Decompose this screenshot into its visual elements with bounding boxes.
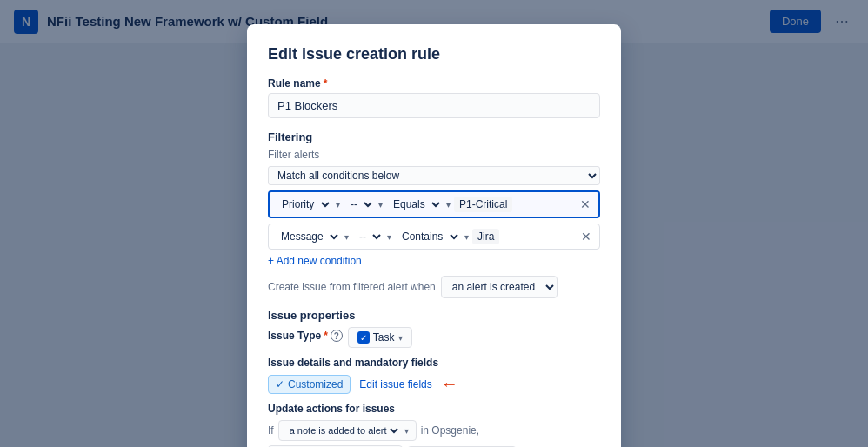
match-conditions-select[interactable]: Match all conditions below xyxy=(268,166,600,185)
condition-row-2: Message ▾ -- ▾ Contains ▾ Jira ✕ xyxy=(268,224,600,250)
edit-issue-fields-link[interactable]: Edit issue fields xyxy=(359,378,431,390)
task-chevron-icon: ▾ xyxy=(398,333,403,343)
issue-type-row: Issue Type * ? ✓ Task ▾ xyxy=(268,327,600,348)
chevron4-icon: ▾ xyxy=(344,232,349,242)
issue-props-title: Issue properties xyxy=(268,309,600,322)
check-icon: ✓ xyxy=(276,378,284,390)
rule-name-field: Rule name * xyxy=(268,77,600,118)
add-condition-button[interactable]: + Add new condition xyxy=(268,255,600,267)
chevron1-icon: ▾ xyxy=(336,200,340,210)
create-alert-label: Create issue from filtered alert when xyxy=(268,281,436,293)
issue-type-required: * xyxy=(324,330,328,342)
condition2-value: Jira xyxy=(472,229,499,244)
condition-chevron-icon: ▾ xyxy=(404,426,409,436)
filtering-title: Filtering xyxy=(268,130,600,143)
task-label: Task xyxy=(373,331,395,344)
chevron3-icon: ▾ xyxy=(446,200,451,210)
condition1-remove-button[interactable]: ✕ xyxy=(578,197,593,212)
condition1-field-select[interactable]: Priority xyxy=(275,196,332,213)
condition1-dash-select[interactable]: -- xyxy=(344,196,375,213)
condition1-operator-select[interactable]: Equals xyxy=(386,196,443,213)
task-checkbox-icon: ✓ xyxy=(357,331,370,344)
rule-name-label: Rule name * xyxy=(268,77,600,90)
details-header: Issue details and mandatory fields xyxy=(268,357,600,369)
chevron2-icon: ▾ xyxy=(378,200,383,210)
chevron6-icon: ▾ xyxy=(464,232,469,242)
arrow-icon: ← xyxy=(441,374,458,394)
update-actions-section: Update actions for issues If a note is a… xyxy=(268,403,600,447)
task-select[interactable]: ✓ Task ▾ xyxy=(348,327,412,348)
issue-type-label: Issue Type * ? xyxy=(268,330,343,342)
match-select-row: Match all conditions below xyxy=(268,166,600,185)
condition2-remove-button[interactable]: ✕ xyxy=(578,229,594,244)
edit-rule-modal: Edit issue creation rule Rule name * Fil… xyxy=(247,24,621,447)
filter-alerts-label: Filter alerts xyxy=(268,149,600,161)
customized-label: Customized xyxy=(288,378,343,390)
help-icon[interactable]: ? xyxy=(331,330,343,342)
in-opsgenie-label: in Opsgenie, xyxy=(421,424,479,437)
condition-row-1: Priority ▾ -- ▾ Equals ▾ P1-Critical ✕ xyxy=(268,190,600,218)
update-actions-title: Update actions for issues xyxy=(268,403,600,415)
issue-details-section: Issue details and mandatory fields ✓ Cus… xyxy=(268,357,600,394)
condition2-field-select[interactable]: Message xyxy=(274,228,341,245)
condition2-operator-select[interactable]: Contains xyxy=(395,228,461,245)
trigger-select[interactable]: an alert is created xyxy=(441,276,558,298)
customized-row: ✓ Customized Edit issue fields ← xyxy=(268,374,600,394)
if-label: If xyxy=(268,424,274,437)
required-star: * xyxy=(324,77,328,90)
update-actions-row: If a note is added to alert ▾ in Opsgeni… xyxy=(268,420,600,447)
condition1-value: P1-Critical xyxy=(454,197,512,212)
update-condition-select[interactable]: a note is added to alert xyxy=(286,424,401,437)
customized-badge: ✓ Customized xyxy=(268,375,351,394)
rule-name-input[interactable] xyxy=(268,93,600,118)
create-alert-row: Create issue from filtered alert when an… xyxy=(268,276,600,298)
chevron5-icon: ▾ xyxy=(387,232,391,242)
condition2-dash-select[interactable]: -- xyxy=(352,228,384,245)
condition-pill: a note is added to alert ▾ xyxy=(278,420,417,441)
modal-title: Edit issue creation rule xyxy=(268,45,600,63)
